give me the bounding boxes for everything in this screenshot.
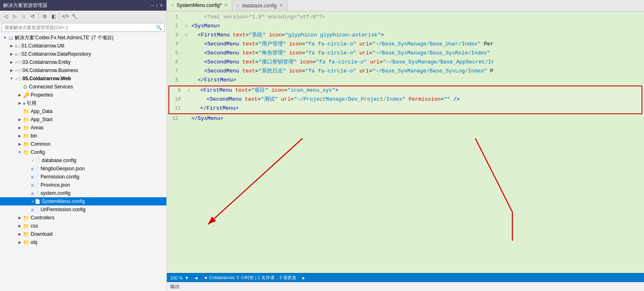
expand-proj5[interactable]: ▼ (8, 75, 15, 82)
tree-item-controllers[interactable]: ▶ 📁 Controllers (0, 214, 166, 222)
tree-item-systemmenu[interactable]: ✓📄 SystemMenu.config (0, 197, 166, 205)
tab-database-icon: ✓ (236, 3, 240, 8)
expand-appdata[interactable] (16, 108, 23, 115)
svg-line-2 (476, 138, 513, 212)
css-label: css (31, 223, 38, 229)
back-button[interactable]: ◁ (2, 12, 10, 20)
home-button[interactable]: ⌂ (20, 12, 28, 20)
appdata-label: App_Data (31, 108, 52, 114)
tree-item-solution[interactable]: ▼ 🗂 解决方案'Colder.Fx.Net.AdminLTE' (7 个项目) (0, 34, 166, 42)
tree-item-proj5[interactable]: ▼ ✓⬡ 05.Coldairarrow.Web (0, 74, 166, 83)
expand-refs[interactable]: ▶ (16, 100, 23, 106)
tree-item-proj4[interactable]: ▶ ✓⬡ 04.Coldairarrow.Business (0, 66, 166, 74)
tree-item-areas[interactable]: ▶ 📁 Areas (0, 124, 166, 132)
expand-config[interactable]: ▼ (16, 149, 23, 156)
file-tree: ▼ 🗂 解决方案'Colder.Fx.Net.AdminLTE' (7 个项目)… (0, 33, 166, 291)
tree-item-ningbo[interactable]: a📄 NingboGeojson.json (0, 165, 166, 173)
expand-common[interactable]: ▶ (16, 141, 23, 147)
proj4-label: 04.Coldairarrow.Business (22, 68, 78, 73)
download-icon: 📁 (23, 231, 29, 237)
tree-item-bin[interactable]: ▶ 📁 bin (0, 132, 166, 140)
line-expand-2[interactable]: □ (183, 22, 190, 30)
config-label: Config (31, 149, 45, 155)
code-button[interactable]: </> (61, 12, 70, 20)
tab-database-close[interactable]: ✕ (279, 3, 283, 8)
tab-systemmenu-close[interactable]: ✕ (224, 2, 228, 8)
tree-item-proj1[interactable]: ▶ a⬡ 01.Coldairarrow.Util (0, 42, 166, 50)
nav-right-icon[interactable]: ► (301, 275, 306, 280)
search-box: 🔍 (2, 23, 165, 32)
expand-properties[interactable]: ▶ (16, 92, 23, 98)
tree-item-proj2[interactable]: ▶ a⬡ 02.Coldairarrow.DataRepository (0, 50, 166, 58)
tree-item-download[interactable]: ▶ 📁 Download (0, 230, 166, 238)
zoom-dropdown-icon[interactable]: ▼ (184, 275, 189, 280)
tree-item-properties[interactable]: ▶ 🔑 Properties (0, 91, 166, 99)
expand-ningbo (25, 165, 31, 172)
line-num-4: 4 (167, 40, 183, 48)
tree-item-proj3[interactable]: ▶ ✓⬡ 03.Coldairarrow.Entity (0, 58, 166, 66)
tree-item-css[interactable]: ▶ 📁 css (0, 222, 166, 230)
database-config-label: database.config (42, 158, 76, 163)
tree-item-system-config[interactable]: a📄 system.config (0, 189, 166, 197)
line-expand-9[interactable]: □ (186, 86, 192, 94)
search-icon: 🔍 (156, 25, 162, 30)
expand-connected[interactable] (16, 83, 23, 90)
expand-proj3[interactable]: ▶ (8, 59, 15, 65)
se-toolbar: ◁ ▷ ⌂ ↺ ⧉ ◧ </> 🔧 (0, 11, 166, 22)
tree-item-connected[interactable]: ⚙ Connected Services (0, 83, 166, 91)
expand-appstart[interactable]: ▶ (16, 116, 23, 123)
pin-icon[interactable]: ─ (151, 3, 154, 8)
urlpermission-icon: a📄 (31, 207, 39, 212)
expand-proj4[interactable]: ▶ (8, 67, 15, 74)
expand-proj1[interactable]: ▶ (8, 43, 15, 49)
code-line-12: 12 </SysMenu> (167, 115, 644, 124)
expand-download[interactable]: ▶ (16, 231, 23, 237)
line-content-7: <SecondMenu text="系统日志" icon="fa fa-circ… (190, 67, 644, 76)
editor-content: 1 <?xml version="1.0" encoding="utf-8"?>… (167, 11, 644, 273)
line-expand-3[interactable]: □ (183, 31, 190, 39)
svg-line-1 (208, 138, 303, 224)
expand-css[interactable]: ▶ (16, 223, 23, 229)
expand-urlpermission (25, 206, 31, 213)
refs-label: 引用 (27, 100, 36, 107)
tab-database[interactable]: ✓ database.config ✕ (232, 0, 287, 11)
tree-item-config[interactable]: ▼ 📁 Config (0, 148, 166, 156)
forward-button[interactable]: ▷ (11, 12, 19, 20)
tree-item-appstart[interactable]: ▶ 📁 App_Start (0, 115, 166, 124)
code-line-5: 5 <SecondMenu text="角色管理" icon="fa fa-ci… (167, 49, 644, 58)
tree-item-province[interactable]: a📄 Province.json (0, 181, 166, 189)
tree-item-database-config[interactable]: ✓📄 database.config (0, 156, 166, 165)
expand-permission (25, 174, 31, 180)
expand-areas[interactable]: ▶ (16, 124, 23, 131)
zoom-control[interactable]: 100 % ▼ (170, 275, 189, 280)
tree-item-urlpermission[interactable]: a📄 UrlPermission.config (0, 205, 166, 214)
settings-button[interactable]: 🔧 (70, 12, 79, 20)
expand-controllers[interactable]: ▶ (16, 214, 23, 221)
proj3-badge: ✓⬡ (15, 60, 22, 65)
solution-explorer: 解决方案资源管理器 ─ ↕ ✕ ◁ ▷ ⌂ ↺ ⧉ ◧ </> 🔧 🔍 (0, 0, 167, 291)
tree-item-refs[interactable]: ▶ ■ 引用 (0, 99, 166, 107)
expand-province (25, 182, 31, 188)
search-input[interactable] (4, 25, 156, 30)
tree-item-permission[interactable]: a📄 Permission.config (0, 173, 166, 181)
tree-item-appdata[interactable]: 📁 App_Data (0, 107, 166, 115)
proj3-label: 03.Coldairarrow.Entity (22, 59, 70, 65)
tree-item-common[interactable]: ▶ 📁 Common (0, 140, 166, 148)
expand-solution[interactable]: ▼ (2, 34, 8, 41)
dock-icon[interactable]: ↕ (156, 3, 158, 8)
nav-left-icon[interactable]: ◄ (194, 275, 198, 280)
copy-button[interactable]: ⧉ (40, 12, 49, 20)
line-expand-7 (183, 67, 190, 75)
expand-bin[interactable]: ▶ (16, 133, 23, 139)
new-file-button[interactable]: ◧ (49, 12, 58, 20)
sync-button[interactable]: ↺ (29, 12, 37, 20)
proj2-badge: a⬡ (15, 52, 21, 56)
tab-systemmenu[interactable]: ✓ SystemMenu.config* ✕ (167, 0, 232, 11)
line-num-5: 5 (167, 49, 183, 57)
proj4-badge: ✓⬡ (15, 68, 22, 73)
tree-item-obj[interactable]: ▶ 📁 obj (0, 238, 166, 246)
close-icon[interactable]: ✕ (159, 3, 163, 8)
expand-proj2[interactable]: ▶ (8, 51, 15, 57)
git-info: ◄ Coldairarrow, 5 小时前 | 1 名作者，3 项更改 (203, 275, 296, 281)
expand-obj[interactable]: ▶ (16, 239, 23, 246)
